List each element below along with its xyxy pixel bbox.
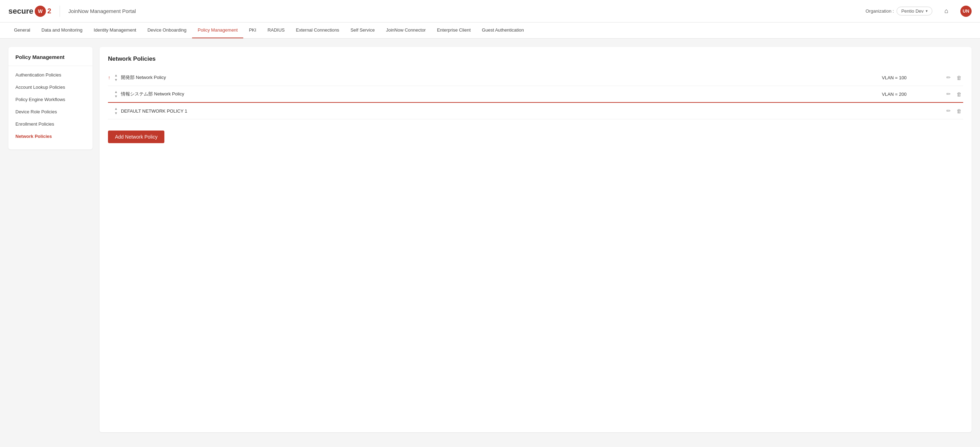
nav-item-joinnow-connector[interactable]: JoinNow Connector — [380, 22, 431, 38]
logo-text: secure — [8, 7, 33, 16]
user-avatar[interactable]: UN — [960, 6, 972, 17]
nav-item-pki[interactable]: PKI — [243, 22, 262, 38]
policy-actions-2: ✏ 🗑 — [945, 89, 963, 99]
sidebar-item-authentication-policies[interactable]: Authentication Policies — [8, 69, 92, 81]
logo: secure W 2 — [8, 6, 51, 17]
sort-controls-3: ▲ ▼ — [113, 107, 119, 115]
home-button[interactable]: ⌂ — [941, 6, 952, 17]
policy-vlan-2: VLAN = 200 — [882, 92, 945, 97]
up-arrow-icon: ↑ — [108, 75, 110, 80]
chevron-down-icon: ▾ — [926, 9, 928, 13]
logo-badge: W — [35, 6, 46, 17]
org-selector[interactable]: Pentio Dev ▾ — [897, 7, 932, 16]
app-title: JoinNow Management Portal — [68, 8, 136, 14]
nav-item-guest-authentication[interactable]: Guest Authentication — [476, 22, 530, 38]
nav-item-self-service[interactable]: Self Service — [345, 22, 380, 38]
edit-button-3[interactable]: ✏ — [945, 106, 952, 115]
sort-down-button-1[interactable]: ▼ — [113, 78, 119, 82]
logo-num: 2 — [47, 7, 51, 15]
nav-item-external-connections[interactable]: External Connections — [290, 22, 345, 38]
policy-name-3: DEFAULT NETWORK POLICY 1 — [121, 109, 882, 114]
sidebar-item-policy-engine-workflows[interactable]: Policy Engine Workflows — [8, 93, 92, 105]
delete-button-2[interactable]: 🗑 — [955, 90, 963, 99]
sidebar-item-account-lookup-policies[interactable]: Account Lookup Policies — [8, 81, 92, 93]
nav-item-radius[interactable]: RADIUS — [262, 22, 290, 38]
panel-title: Network Policies — [108, 56, 963, 62]
nav-item-identity-management[interactable]: Identity Management — [88, 22, 142, 38]
sort-up-button-3[interactable]: ▲ — [113, 107, 119, 111]
sort-up-button-1[interactable]: ▲ — [113, 73, 119, 78]
sort-down-button-3[interactable]: ▼ — [113, 111, 119, 115]
policy-vlan-1: VLAN = 100 — [882, 75, 945, 80]
sidebar-item-network-policies[interactable]: Network Policies — [8, 130, 92, 142]
org-label: Organization : — [865, 8, 894, 14]
nav-item-policy-management[interactable]: Policy Management — [192, 22, 243, 38]
delete-button-1[interactable]: 🗑 — [955, 73, 963, 82]
org-name: Pentio Dev — [901, 8, 924, 14]
main-panel: Network Policies ↑ ▲ ▼ 開発部 Network Polic… — [100, 47, 972, 432]
sidebar-item-device-role-policies[interactable]: Device Role Policies — [8, 105, 92, 118]
sort-controls-1: ▲ ▼ — [113, 73, 119, 82]
table-row: ↑ ▲ ▼ DEFAULT NETWORK POLICY 1 ✏ 🗑 — [108, 103, 963, 119]
nav-item-data-monitoring[interactable]: Data and Monitoring — [36, 22, 88, 38]
policy-name-1: 開発部 Network Policy — [121, 74, 882, 81]
logo-w: W — [38, 8, 42, 14]
sort-down-button-2[interactable]: ▼ — [113, 94, 119, 99]
sidebar-title: Policy Management — [8, 54, 92, 66]
policy-actions-1: ✏ 🗑 — [945, 73, 963, 82]
policy-name-2: 情報システム部 Network Policy — [121, 91, 882, 97]
header-divider — [60, 6, 60, 17]
nav-item-enterprise-client[interactable]: Enterprise Client — [431, 22, 476, 38]
nav-item-general[interactable]: General — [8, 22, 36, 38]
content-area: Policy Management Authentication Policie… — [0, 38, 980, 441]
header: secure W 2 JoinNow Management Portal Org… — [0, 0, 980, 22]
table-row: ↑ ▲ ▼ 開発部 Network Policy VLAN = 100 ✏ 🗑 — [108, 69, 963, 86]
sort-up-button-2[interactable]: ▲ — [113, 90, 119, 94]
delete-button-3[interactable]: 🗑 — [955, 107, 963, 115]
table-row: ↑ ▲ ▼ 情報システム部 Network Policy VLAN = 200 … — [108, 86, 963, 103]
edit-button-2[interactable]: ✏ — [945, 89, 952, 99]
main-nav: General Data and Monitoring Identity Man… — [0, 22, 980, 38]
sidebar: Policy Management Authentication Policie… — [8, 47, 92, 150]
sort-controls-2: ▲ ▼ — [113, 90, 119, 99]
policy-actions-3: ✏ 🗑 — [945, 106, 963, 115]
add-network-policy-button[interactable]: Add Network Policy — [108, 131, 164, 143]
sidebar-item-enrollment-policies[interactable]: Enrollment Policies — [8, 118, 92, 130]
edit-button-1[interactable]: ✏ — [945, 73, 952, 82]
org-section: Organization : Pentio Dev ▾ — [865, 7, 932, 16]
nav-item-device-onboarding[interactable]: Device Onboarding — [142, 22, 192, 38]
